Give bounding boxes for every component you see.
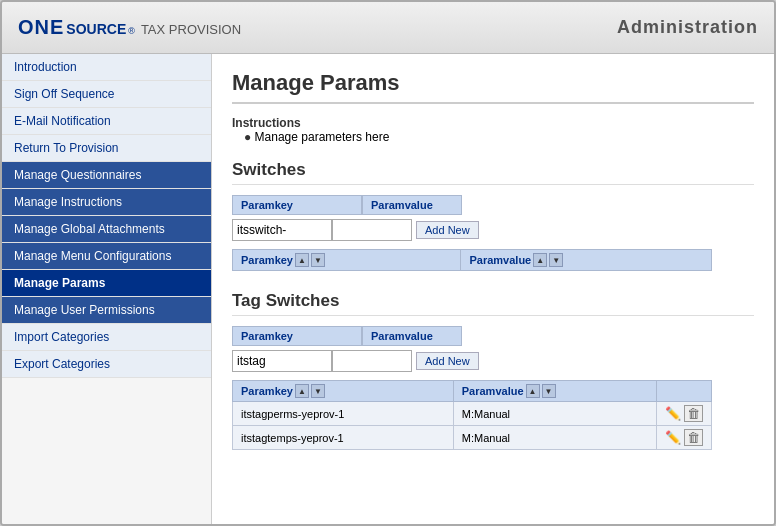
sidebar-item-manage-menu-configurations[interactable]: Manage Menu Configurations bbox=[2, 243, 211, 270]
logo-source: SOURCE bbox=[66, 21, 126, 37]
switches-paramkey-header: Paramkey bbox=[232, 195, 362, 215]
instructions-section: Instructions Manage parameters here bbox=[232, 116, 754, 144]
instructions-list: Manage parameters here bbox=[232, 130, 754, 144]
param-actions-cell: ✏️ 🗑 bbox=[657, 426, 712, 450]
sidebar-item-return-to-provision[interactable]: Return To Provision bbox=[2, 135, 211, 162]
instructions-label: Instructions bbox=[232, 116, 754, 130]
logo-reg: ® bbox=[128, 26, 135, 36]
sidebar-item-import-categories[interactable]: Import Categories bbox=[2, 324, 211, 351]
sort-desc-icon-2[interactable]: ▼ bbox=[549, 253, 563, 267]
body-area: IntroductionSign Off SequenceE-Mail Noti… bbox=[2, 54, 774, 524]
sidebar-item-manage-params[interactable]: Manage Params bbox=[2, 270, 211, 297]
sidebar-item-manage-questionnaires[interactable]: Manage Questionnaires bbox=[2, 162, 211, 189]
switches-add-new-button[interactable]: Add New bbox=[416, 221, 479, 239]
edit-icon[interactable]: ✏️ bbox=[665, 430, 681, 445]
switches-header-row: Paramkey Paramvalue bbox=[232, 195, 754, 215]
tag-switches-input-row: Add New bbox=[232, 350, 754, 372]
switches-table-section: Paramkey ▲ ▼ Paramvalue ▲ ▼ bbox=[232, 249, 754, 271]
tag-switches-paramkey-header: Paramkey bbox=[232, 326, 362, 346]
sort-asc-icon-2[interactable]: ▲ bbox=[533, 253, 547, 267]
param-key-cell: itstagperms-yeprov-1 bbox=[233, 402, 454, 426]
switches-section: Switches Paramkey Paramvalue Add New bbox=[232, 160, 754, 271]
instructions-item: Manage parameters here bbox=[244, 130, 754, 144]
tag-table-paramvalue-col: Paramvalue ▲ ▼ bbox=[453, 381, 656, 402]
sort-asc-icon[interactable]: ▲ bbox=[295, 253, 309, 267]
table-row: itstagperms-yeprov-1M:Manual ✏️ 🗑 bbox=[233, 402, 712, 426]
sidebar-item-manage-instructions[interactable]: Manage Instructions bbox=[2, 189, 211, 216]
delete-icon[interactable]: 🗑 bbox=[684, 405, 703, 422]
tag-switches-paramvalue-header: Paramvalue bbox=[362, 326, 462, 346]
param-value-cell: M:Manual bbox=[453, 426, 656, 450]
tag-switches-header-row: Paramkey Paramvalue bbox=[232, 326, 754, 346]
switches-key-input[interactable] bbox=[232, 219, 332, 241]
app-header: ONESOURCE® TAX PROVISION Administration bbox=[2, 2, 774, 54]
tag-switches-table-section: Paramkey ▲ ▼ Paramvalue ▲ ▼ bbox=[232, 380, 754, 450]
tag-switches-section: Tag Switches Paramkey Paramvalue Add New bbox=[232, 291, 754, 450]
tag-switches-value-input[interactable] bbox=[332, 350, 412, 372]
sidebar-item-email-notification[interactable]: E-Mail Notification bbox=[2, 108, 211, 135]
tag-table-paramkey-col: Paramkey ▲ ▼ bbox=[233, 381, 454, 402]
tag-sort-asc-icon-2[interactable]: ▲ bbox=[526, 384, 540, 398]
sidebar: IntroductionSign Off SequenceE-Mail Noti… bbox=[2, 54, 212, 524]
tag-sort-desc-icon-2[interactable]: ▼ bbox=[542, 384, 556, 398]
page-title: Manage Params bbox=[232, 70, 754, 104]
app-window: ONESOURCE® TAX PROVISION Administration … bbox=[0, 0, 776, 526]
tag-switches-add-new-button[interactable]: Add New bbox=[416, 352, 479, 370]
param-key-cell: itstagtemps-yeprov-1 bbox=[233, 426, 454, 450]
logo: ONESOURCE® TAX PROVISION bbox=[18, 16, 241, 39]
main-content: Manage Params Instructions Manage parame… bbox=[212, 54, 774, 524]
switches-input-row: Add New bbox=[232, 219, 754, 241]
switches-value-input[interactable] bbox=[332, 219, 412, 241]
sidebar-item-manage-global-attachments[interactable]: Manage Global Attachments bbox=[2, 216, 211, 243]
tag-switches-key-input[interactable] bbox=[232, 350, 332, 372]
tag-sort-desc-icon[interactable]: ▼ bbox=[311, 384, 325, 398]
switches-paramvalue-header: Paramvalue bbox=[362, 195, 462, 215]
switches-table: Paramkey ▲ ▼ Paramvalue ▲ ▼ bbox=[232, 249, 712, 271]
tag-sort-asc-icon[interactable]: ▲ bbox=[295, 384, 309, 398]
delete-icon[interactable]: 🗑 bbox=[684, 429, 703, 446]
sort-desc-icon[interactable]: ▼ bbox=[311, 253, 325, 267]
param-value-cell: M:Manual bbox=[453, 402, 656, 426]
edit-icon[interactable]: ✏️ bbox=[665, 406, 681, 421]
sidebar-item-export-categories[interactable]: Export Categories bbox=[2, 351, 211, 378]
tag-table-actions-col bbox=[657, 381, 712, 402]
sidebar-item-manage-user-permissions[interactable]: Manage User Permissions bbox=[2, 297, 211, 324]
switches-table-paramvalue-col: Paramvalue ▲ ▼ bbox=[461, 250, 712, 271]
sidebar-item-introduction[interactable]: Introduction bbox=[2, 54, 211, 81]
table-row: itstagtemps-yeprov-1M:Manual ✏️ 🗑 bbox=[233, 426, 712, 450]
header-title: Administration bbox=[617, 17, 758, 38]
sidebar-item-sign-off-sequence[interactable]: Sign Off Sequence bbox=[2, 81, 211, 108]
param-actions-cell: ✏️ 🗑 bbox=[657, 402, 712, 426]
logo-one: ONE bbox=[18, 16, 64, 39]
switches-title: Switches bbox=[232, 160, 754, 185]
switches-table-paramkey-col: Paramkey ▲ ▼ bbox=[233, 250, 461, 271]
logo-tax: TAX PROVISION bbox=[141, 22, 241, 37]
tag-switches-title: Tag Switches bbox=[232, 291, 754, 316]
tag-switches-table: Paramkey ▲ ▼ Paramvalue ▲ ▼ bbox=[232, 380, 712, 450]
